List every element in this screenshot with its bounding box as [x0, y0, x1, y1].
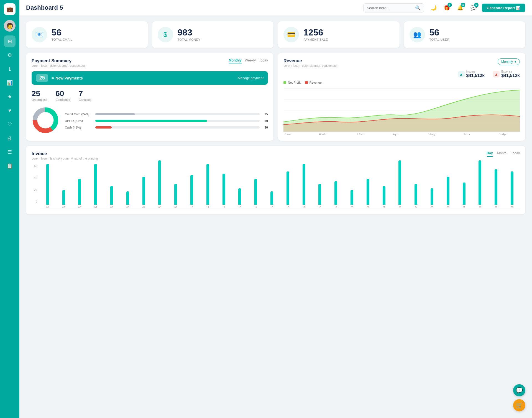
- bar-item: 27: [456, 183, 472, 209]
- user-icon: 👥: [410, 27, 425, 42]
- bar-item: 24: [408, 184, 424, 209]
- cart-fab[interactable]: 🛒: [513, 399, 525, 411]
- expense-item: ▲ Expense $41,512k: [493, 70, 520, 78]
- stat-number-email: 56: [52, 28, 73, 37]
- tab-day[interactable]: Day: [487, 151, 493, 157]
- bar-label-upi: UPI ID (41%): [65, 119, 93, 122]
- bar-item: 19: [328, 181, 344, 209]
- tab-today[interactable]: Today: [259, 58, 268, 63]
- chart-bar-label: 02: [62, 206, 65, 209]
- chart-bar-label: 21: [367, 206, 369, 209]
- sidebar-item-chart[interactable]: 📊: [4, 77, 16, 89]
- invoice-bar-chart: 60 40 20 0 01020304050607080910111213141…: [32, 165, 520, 209]
- bar-track-credit: [95, 113, 260, 115]
- expense-icon: ▲: [493, 71, 500, 78]
- expense-label: Expense: [501, 70, 520, 73]
- chart-bar-label: 30: [511, 206, 513, 209]
- bar-item: 03: [72, 179, 88, 209]
- svg-text:May: May: [428, 133, 436, 136]
- payment-stats: 25 On process 60 Completed 7 Canceled: [32, 89, 268, 101]
- sidebar-item-star[interactable]: ★: [4, 91, 16, 102]
- chart-bar: [511, 171, 513, 205]
- stat-label-money: TOTAL MONEY: [178, 38, 201, 41]
- sidebar-item-info[interactable]: ℹ: [4, 63, 16, 75]
- chart-bar: [479, 160, 481, 205]
- gift-icon-btn[interactable]: 🎁 2: [442, 3, 452, 13]
- bar-item: 16: [280, 171, 296, 209]
- chart-bar: [431, 188, 433, 205]
- chart-bar: [62, 190, 65, 205]
- bar-item: 06: [120, 191, 135, 209]
- sidebar-item-settings[interactable]: ⚙: [4, 49, 16, 61]
- np-dot: [52, 77, 54, 79]
- stat-label-payment: PAYMENT SALE: [303, 38, 328, 41]
- bar-item: 28: [472, 160, 488, 209]
- completed-stat: 60 Completed: [55, 89, 70, 101]
- chart-bar: [463, 183, 466, 205]
- sidebar-logo[interactable]: 💼: [4, 3, 16, 15]
- bar-item: 29: [488, 169, 504, 209]
- on-process-stat: 25 On process: [32, 89, 47, 101]
- payment-bottom: Credit Card (24%) 25 UPI ID (41%) 60: [32, 106, 268, 135]
- income-info: Income $41,512k: [466, 70, 485, 78]
- manage-payment-link[interactable]: Manage payment: [238, 76, 264, 80]
- chart-bar-label: 09: [174, 206, 177, 209]
- chart-bar: [447, 177, 449, 205]
- generate-report-button[interactable]: Generate Report 📊: [482, 4, 525, 12]
- expense-value: $41,512k: [501, 73, 520, 78]
- bar-item: 20: [344, 190, 360, 209]
- sidebar-item-doc[interactable]: 📋: [4, 160, 16, 172]
- header-icons: 🌙 🎁 2 🔔 12 💬 5 Generate Report 📊: [429, 3, 525, 13]
- sidebar-item-dashboard[interactable]: ⊞: [4, 35, 16, 47]
- chart-bar: [206, 164, 209, 205]
- invoice-bars-container: 0102030405060708091011121314151617181920…: [40, 165, 520, 209]
- invoice-chart-with-labels: 60 40 20 0 01020304050607080910111213141…: [32, 165, 520, 209]
- tab-weekly[interactable]: Weekly: [245, 58, 256, 63]
- bell-icon-btn[interactable]: 🔔 12: [455, 3, 465, 13]
- svg-text:Apr: Apr: [392, 133, 399, 136]
- income-icon: ▲: [458, 71, 465, 78]
- revenue-period-select[interactable]: Monthly ▾: [498, 58, 520, 65]
- bar-label-cash: Cash (41%): [65, 126, 93, 129]
- chart-bar: [398, 160, 401, 205]
- bar-item: 10: [184, 175, 200, 209]
- stat-label-email: TOTAL EMAIL: [52, 38, 73, 41]
- chart-bar: [110, 186, 113, 205]
- chat-icon-btn[interactable]: 💬 5: [469, 3, 479, 13]
- payment-summary-subtitle: Lorem ipsum dolor sit amet, consectetur: [32, 64, 86, 67]
- stat-card-payment: 💳 1256 PAYMENT SALE: [278, 21, 400, 48]
- tab-monthly[interactable]: Monthly: [229, 58, 242, 63]
- bar-row-upi: UPI ID (41%) 60: [65, 119, 268, 122]
- mid-row: Payment Summary Lorem ipsum dolor sit am…: [26, 53, 525, 141]
- search-box[interactable]: 🔍: [363, 3, 424, 12]
- chat-fab[interactable]: 💬: [513, 384, 525, 396]
- bar-item: 25: [424, 188, 440, 209]
- revenue-subtitle: Lorem ipsum dolor sit amet, consectetur: [283, 64, 338, 67]
- sidebar-item-heart[interactable]: ♥: [4, 105, 16, 116]
- chart-bar: [142, 177, 145, 205]
- y-label-0: 0: [32, 200, 37, 203]
- sidebar-item-heart2[interactable]: ♡: [4, 119, 16, 130]
- sidebar-item-print[interactable]: 🖨: [4, 132, 16, 144]
- svg-text:Mar: Mar: [357, 133, 364, 136]
- chevron-down-icon: ▾: [515, 60, 516, 64]
- chart-bar-label: 08: [158, 206, 161, 209]
- tab-today[interactable]: Today: [511, 151, 520, 157]
- bar-item: 30: [504, 171, 520, 209]
- chart-bar: [415, 184, 417, 205]
- on-process-number: 25: [32, 89, 47, 98]
- dark-mode-toggle[interactable]: 🌙: [429, 3, 439, 13]
- search-input[interactable]: [367, 6, 413, 10]
- sidebar-item-list[interactable]: ☰: [4, 146, 16, 158]
- bar-item: 08: [152, 160, 168, 209]
- stats-row: 📧 56 TOTAL EMAIL $ 983 TOTAL MONEY 💳 125…: [26, 21, 525, 48]
- chart-bar-label: 04: [94, 206, 97, 209]
- bar-value-upi: 60: [262, 119, 268, 122]
- completed-label: Completed: [55, 98, 70, 101]
- tab-month[interactable]: Month: [497, 151, 507, 157]
- new-payments-label: New Payments: [52, 76, 83, 80]
- payment-summary-header: Payment Summary Lorem ipsum dolor sit am…: [32, 58, 268, 67]
- bar-track-upi: [95, 120, 260, 122]
- chart-bar: [174, 184, 177, 205]
- legend-revenue: Revenue: [305, 81, 322, 84]
